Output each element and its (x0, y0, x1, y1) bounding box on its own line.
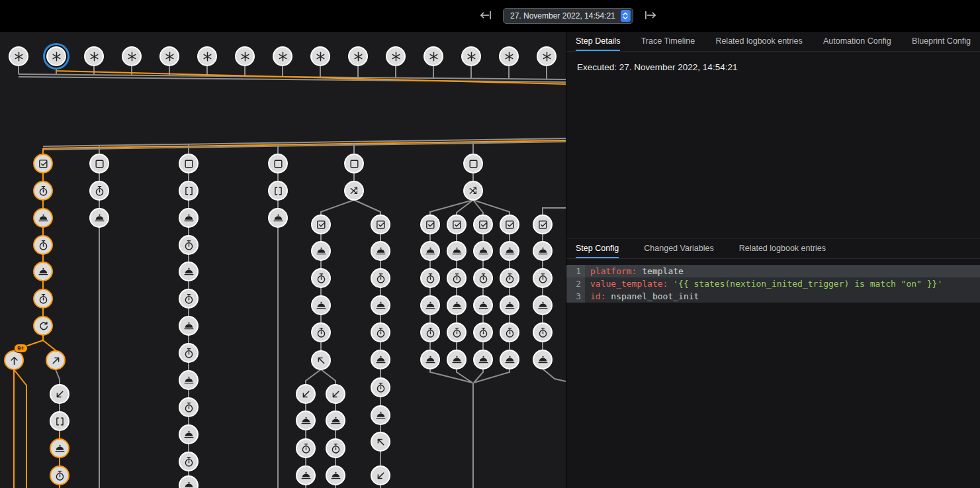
up-node[interactable] (4, 350, 24, 370)
delay-node[interactable] (500, 268, 519, 288)
condition-node[interactable] (473, 215, 493, 234)
brackets-node[interactable] (50, 411, 69, 431)
delay-node[interactable] (420, 322, 440, 342)
condition-node[interactable] (447, 215, 467, 234)
service-node[interactable] (533, 295, 553, 315)
delay-node[interactable] (311, 322, 331, 342)
service-node[interactable] (533, 241, 553, 261)
service-node[interactable] (179, 475, 199, 488)
service-node[interactable] (371, 241, 390, 261)
service-node[interactable] (420, 350, 440, 369)
service-node[interactable] (533, 350, 553, 369)
tab-related-logbook-entries[interactable]: Related logbook entries (715, 32, 802, 51)
service-node[interactable] (326, 411, 345, 430)
trigger-node[interactable] (310, 46, 330, 66)
up_right-node[interactable] (46, 350, 66, 370)
brackets-node[interactable] (268, 181, 288, 201)
delay-node[interactable] (473, 322, 493, 342)
service-node[interactable] (500, 295, 519, 315)
down_left-node[interactable] (50, 384, 69, 404)
delay-node[interactable] (420, 268, 440, 288)
service-node[interactable] (473, 241, 493, 261)
trigger-node[interactable] (197, 46, 217, 66)
service-node[interactable] (371, 350, 390, 369)
box-node[interactable] (179, 154, 199, 173)
delay-node[interactable] (179, 452, 199, 471)
tab-automation-config[interactable]: Automation Config (823, 32, 891, 51)
choose-node[interactable] (463, 181, 483, 201)
trigger-node[interactable] (122, 46, 142, 66)
service-node[interactable] (420, 295, 440, 315)
service-node[interactable] (179, 370, 199, 390)
box-node[interactable] (344, 154, 364, 173)
trigger-node[interactable] (235, 46, 255, 66)
down_left-node[interactable] (326, 384, 345, 404)
box-node[interactable] (89, 154, 109, 173)
trigger-node[interactable] (273, 46, 292, 66)
next-run-button[interactable] (643, 7, 658, 25)
trigger-node[interactable] (423, 46, 443, 66)
service-node[interactable] (447, 241, 467, 261)
service-node[interactable] (179, 208, 199, 228)
service-node[interactable] (33, 208, 53, 228)
delay-node[interactable] (296, 438, 316, 458)
tab-changed-variables[interactable]: Changed Variables (644, 239, 713, 258)
tab-blueprint-config[interactable]: Blueprint Config (912, 32, 971, 51)
delay-node[interactable] (533, 268, 553, 288)
service-node[interactable] (371, 295, 390, 315)
tab-step-details[interactable]: Step Details (576, 32, 620, 51)
delay-node[interactable] (179, 289, 199, 309)
condition-node[interactable] (420, 215, 440, 234)
previous-run-button[interactable] (478, 7, 494, 25)
trigger-node[interactable] (537, 46, 557, 66)
trigger-node[interactable] (84, 46, 104, 66)
delay-node[interactable] (326, 438, 345, 458)
delay-node[interactable] (311, 268, 331, 288)
service-node[interactable] (447, 350, 467, 369)
tab-step-config[interactable]: Step Config (576, 239, 619, 258)
brackets-node[interactable] (179, 181, 199, 201)
delay-node[interactable] (447, 322, 467, 342)
condition-node[interactable] (371, 215, 390, 234)
delay-node[interactable] (500, 322, 519, 342)
condition-node[interactable] (500, 215, 519, 234)
box-node[interactable] (463, 154, 483, 173)
trigger-node[interactable] (159, 46, 179, 66)
service-node[interactable] (268, 208, 288, 228)
box-node[interactable] (268, 154, 288, 173)
delay-node[interactable] (89, 181, 109, 201)
service-node[interactable] (179, 424, 199, 444)
delay-node[interactable] (179, 235, 199, 255)
up_left-node[interactable] (311, 350, 331, 370)
service-node[interactable] (50, 438, 69, 458)
condition-node[interactable] (533, 215, 553, 234)
trigger-node[interactable] (348, 46, 368, 66)
run-select[interactable]: 27. November 2022, 14:54:21 (503, 8, 633, 24)
down_left-node[interactable] (371, 465, 390, 485)
delay-node[interactable] (33, 235, 53, 255)
delay-node[interactable] (33, 289, 53, 309)
service-node[interactable] (33, 262, 53, 281)
service-node[interactable] (179, 316, 199, 336)
service-node[interactable] (473, 350, 493, 369)
tab-trace-timeline[interactable]: Trace Timeline (641, 32, 695, 51)
tab-config-related-logbook-entries[interactable]: Related logbook entries (739, 239, 826, 258)
delay-node[interactable] (371, 268, 390, 288)
delay-node[interactable] (179, 397, 199, 417)
service-node[interactable] (296, 411, 316, 430)
delay-node[interactable] (33, 181, 53, 201)
delay-node[interactable] (179, 343, 199, 363)
delay-node[interactable] (371, 322, 390, 342)
trigger-node[interactable] (386, 46, 406, 66)
choose-node[interactable] (344, 181, 364, 201)
delay-node[interactable] (50, 465, 69, 485)
delay-node[interactable] (447, 268, 467, 288)
service-node[interactable] (500, 350, 519, 369)
service-node[interactable] (326, 465, 345, 485)
service-node[interactable] (296, 465, 316, 485)
repeat-node[interactable] (33, 316, 53, 336)
trigger-node[interactable] (461, 46, 481, 66)
service-node[interactable] (179, 262, 199, 281)
condition-node[interactable] (33, 154, 53, 173)
up_left-node[interactable] (371, 432, 390, 452)
